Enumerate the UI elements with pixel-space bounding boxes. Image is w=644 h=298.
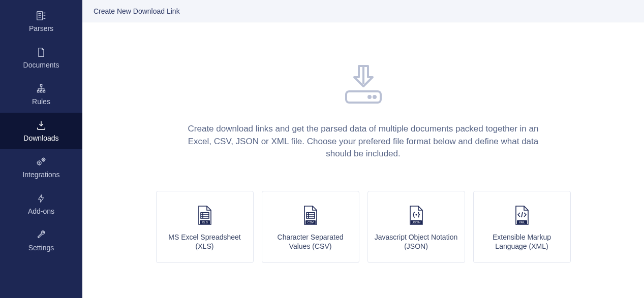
svg-line-34 [522, 212, 523, 217]
svg-rect-21 [201, 213, 209, 218]
svg-rect-9 [40, 90, 42, 92]
wrench-icon [34, 228, 48, 242]
card-label: MS Excel Spreadsheet (XLS) [162, 233, 248, 251]
sidebar-item-label: Documents [23, 61, 59, 69]
svg-point-12 [39, 162, 40, 163]
svg-point-31 [416, 214, 417, 215]
sidebar-item-documents[interactable]: Documents [0, 40, 82, 76]
content-area: Create download links and get the parsed… [82, 22, 644, 298]
sidebar-item-rules[interactable]: Rules [0, 76, 82, 113]
sidebar-item-label: Settings [28, 244, 54, 252]
format-cards: XLS MS Excel Spreadsheet (XLS) [156, 191, 571, 263]
svg-rect-10 [43, 90, 45, 92]
format-card-xml[interactable]: XML Extensible Markup Language (XML) [473, 191, 571, 263]
card-label: Extensible Markup Language (XML) [479, 233, 565, 251]
sidebar-item-addons[interactable]: Add-ons [0, 186, 82, 222]
sidebar-item-label: Integrations [22, 171, 59, 179]
page-title: Create New Download Link [94, 7, 180, 15]
svg-point-14 [43, 159, 44, 160]
sidebar-item-label: Add-ons [28, 207, 54, 215]
sidebar-item-label: Parsers [29, 24, 53, 32]
hero-description: Create download links and get the parsed… [186, 123, 541, 160]
svg-text:XLS: XLS [202, 221, 207, 224]
document-icon [34, 46, 48, 59]
xls-file-icon: XLS [197, 205, 213, 225]
topbar: Create New Download Link [82, 0, 644, 22]
svg-point-11 [38, 161, 41, 164]
sidebar: Parsers Documents Rules [0, 0, 82, 298]
svg-rect-8 [38, 90, 39, 92]
svg-point-15 [369, 96, 371, 98]
sidebar-item-integrations[interactable]: Integrations [0, 149, 82, 186]
download-icon [34, 119, 48, 132]
svg-rect-7 [40, 85, 42, 86]
xml-file-icon: XML [514, 205, 530, 225]
parsers-icon [34, 9, 48, 22]
sidebar-item-label: Downloads [23, 134, 58, 142]
format-card-json[interactable]: JSON Javascript Object Notation (JSON) [367, 191, 465, 263]
csv-file-icon: CSV [302, 205, 319, 225]
card-label: Character Separated Values (CSV) [267, 233, 354, 251]
main-panel: Create New Download Link Create download… [82, 0, 644, 298]
json-file-icon: JSON [408, 205, 424, 225]
svg-text:CSV: CSV [307, 221, 313, 224]
svg-text:JSON: JSON [412, 221, 420, 224]
download-hero-icon [343, 63, 384, 106]
sidebar-item-label: Rules [32, 97, 50, 106]
svg-rect-28 [306, 213, 315, 218]
card-label: Javascript Object Notation (JSON) [373, 233, 459, 251]
rules-icon [34, 82, 48, 95]
svg-rect-0 [37, 12, 43, 20]
svg-point-16 [374, 96, 376, 98]
gears-icon [34, 155, 48, 169]
sidebar-item-parsers[interactable]: Parsers [0, 3, 82, 40]
sidebar-item-settings[interactable]: Settings [0, 222, 82, 259]
sidebar-item-downloads[interactable]: Downloads [0, 113, 82, 149]
lightning-icon [34, 192, 48, 205]
svg-point-13 [42, 158, 45, 161]
svg-text:XML: XML [518, 221, 525, 224]
format-card-xls[interactable]: XLS MS Excel Spreadsheet (XLS) [156, 191, 254, 263]
format-card-csv[interactable]: CSV Character Separated Values (CSV) [262, 191, 359, 263]
